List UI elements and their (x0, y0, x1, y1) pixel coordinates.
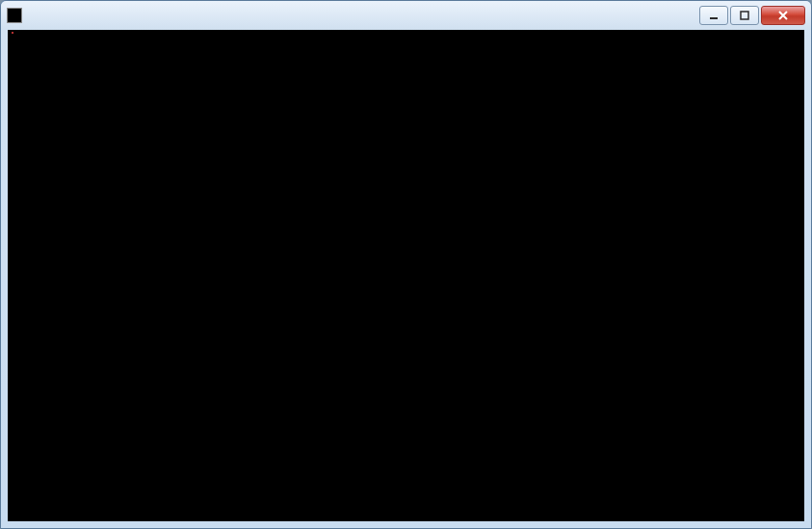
maximize-button[interactable] (730, 6, 759, 25)
window-controls (699, 6, 805, 25)
minimize-button[interactable] (699, 6, 728, 25)
error-highlight-box (12, 32, 13, 34)
titlebar[interactable] (1, 1, 811, 30)
app-icon (7, 8, 22, 23)
console-window (0, 0, 812, 529)
svg-rect-1 (741, 12, 748, 19)
minimize-icon (709, 11, 719, 20)
close-button[interactable] (761, 6, 805, 25)
svg-rect-0 (710, 17, 718, 19)
console-output[interactable] (8, 30, 804, 521)
close-icon (777, 11, 789, 20)
maximize-icon (740, 11, 749, 20)
